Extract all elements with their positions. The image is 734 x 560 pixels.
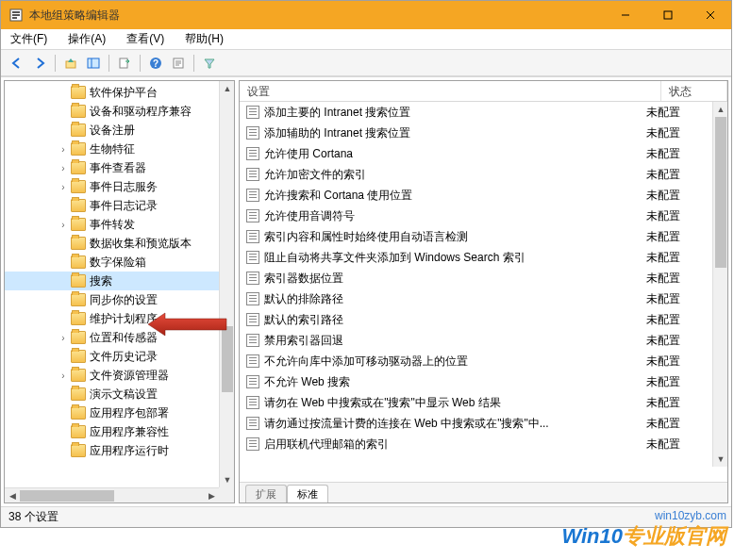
- expand-icon[interactable]: ›: [58, 182, 69, 192]
- tree-item[interactable]: 事件日志记录: [5, 196, 219, 215]
- up-level-button[interactable]: [60, 53, 81, 74]
- folder-icon: [71, 218, 86, 231]
- policy-row[interactable]: 索引器数据位置未配置: [240, 268, 712, 288]
- tree-item-label: 事件日志记录: [90, 198, 158, 214]
- tree-item[interactable]: 设备注册: [5, 121, 219, 140]
- scroll-thumb[interactable]: [222, 326, 233, 392]
- maximize-button[interactable]: [646, 1, 689, 29]
- policy-row[interactable]: 默认的排除路径未配置: [240, 288, 712, 309]
- menu-view[interactable]: 查看(V): [123, 29, 168, 49]
- menu-help[interactable]: 帮助(H): [181, 29, 227, 49]
- tree-item[interactable]: 数据收集和预览版本: [5, 234, 219, 253]
- scroll-up-icon[interactable]: ▲: [220, 81, 235, 96]
- policy-status: 未配置: [646, 271, 712, 287]
- nav-back-button[interactable]: [7, 53, 27, 74]
- policy-icon: [245, 354, 260, 369]
- expand-icon[interactable]: ›: [58, 333, 69, 343]
- policy-row[interactable]: 允许使用音调符号未配置: [240, 206, 712, 226]
- menu-action[interactable]: 操作(A): [64, 29, 109, 49]
- scroll-down-icon[interactable]: ▼: [713, 452, 727, 467]
- policy-row[interactable]: 请勿通过按流量计费的连接在 Web 中搜索或在"搜索"中...未配置: [240, 413, 712, 434]
- scroll-up-icon[interactable]: ▲: [713, 102, 727, 117]
- policy-status: 未配置: [646, 188, 712, 204]
- tree-item[interactable]: ›文件资源管理器: [5, 366, 219, 385]
- help-button[interactable]: ?: [145, 53, 166, 74]
- tree-item-label: 设备注册: [90, 123, 135, 139]
- column-status[interactable]: 状态: [661, 81, 727, 101]
- scroll-thumb[interactable]: [20, 490, 114, 502]
- tree-item-label: 生物特征: [90, 141, 135, 157]
- expand-icon[interactable]: ›: [58, 371, 69, 381]
- tree-item[interactable]: ›事件查看器: [5, 158, 219, 177]
- statusbar: 38 个设置: [1, 506, 731, 527]
- tree-item[interactable]: ›事件转发: [5, 215, 219, 234]
- tree-item[interactable]: 搜索: [5, 272, 219, 290]
- scroll-left-icon[interactable]: ◀: [5, 488, 20, 503]
- list-vertical-scrollbar[interactable]: ▲ ▼: [712, 102, 727, 467]
- expand-icon[interactable]: ›: [58, 163, 69, 173]
- scroll-down-icon[interactable]: ▼: [220, 472, 235, 487]
- nav-forward-button[interactable]: [29, 53, 50, 74]
- policy-row[interactable]: 索引内容和属性时始终使用自动语言检测未配置: [240, 226, 712, 247]
- policy-row[interactable]: 允许使用 Cortana未配置: [240, 143, 712, 164]
- minimize-button[interactable]: [604, 1, 646, 29]
- policy-row[interactable]: 允许搜索和 Cortana 使用位置未配置: [240, 185, 712, 206]
- tree-item[interactable]: 应用程序包部署: [5, 404, 219, 422]
- scroll-right-icon[interactable]: ▶: [204, 488, 219, 503]
- policy-status: 未配置: [646, 125, 712, 141]
- properties-button[interactable]: [168, 53, 189, 74]
- tree-item[interactable]: 维护计划程序: [5, 309, 219, 328]
- expand-icon[interactable]: ›: [58, 220, 69, 230]
- policy-name: 请勿通过按流量计费的连接在 Web 中搜索或在"搜索"中...: [264, 416, 646, 432]
- tree-item[interactable]: ›事件日志服务: [5, 177, 219, 196]
- policy-row[interactable]: 添加辅助的 Intranet 搜索位置未配置: [240, 123, 712, 143]
- policy-status: 未配置: [646, 333, 712, 349]
- policy-row[interactable]: 阻止自动将共享文件夹添加到 Windows Search 索引未配置: [240, 247, 712, 268]
- tree-horizontal-scrollbar[interactable]: ◀ ▶: [5, 487, 219, 502]
- tab-standard[interactable]: 标准: [287, 485, 328, 503]
- tree-item-label: 文件历史记录: [90, 349, 158, 365]
- policy-row[interactable]: 启用联机代理邮箱的索引未配置: [240, 434, 712, 454]
- tree-item[interactable]: 应用程序运行时: [5, 441, 219, 460]
- policy-row[interactable]: 请勿在 Web 中搜索或在"搜索"中显示 Web 结果未配置: [240, 392, 712, 413]
- policy-row[interactable]: 默认的索引路径未配置: [240, 309, 712, 330]
- tree-vertical-scrollbar[interactable]: ▲ ▼: [219, 81, 234, 487]
- tree-item[interactable]: 演示文稿设置: [5, 385, 219, 404]
- expand-icon[interactable]: ›: [58, 144, 69, 155]
- close-button[interactable]: [689, 1, 731, 29]
- tree-item[interactable]: 数字保险箱: [5, 253, 219, 272]
- tree-item-label: 演示文稿设置: [90, 387, 158, 403]
- policy-status: 未配置: [646, 312, 712, 328]
- folder-icon: [71, 312, 86, 325]
- tab-extended[interactable]: 扩展: [245, 485, 287, 503]
- filter-button[interactable]: [199, 53, 220, 74]
- tree-item[interactable]: 同步你的设置: [5, 290, 219, 309]
- policy-row[interactable]: 不允许 Web 搜索未配置: [240, 371, 712, 392]
- tree-item[interactable]: 文件历史记录: [5, 347, 219, 366]
- policy-row[interactable]: 允许加密文件的索引未配置: [240, 164, 712, 185]
- show-hide-tree-button[interactable]: [83, 53, 104, 74]
- tree-item[interactable]: 软件保护平台: [5, 83, 219, 102]
- window-title: 本地组策略编辑器: [29, 8, 604, 24]
- policy-row[interactable]: 添加主要的 Intranet 搜索位置未配置: [240, 102, 712, 123]
- tree-item[interactable]: 应用程序兼容性: [5, 422, 219, 441]
- policy-row[interactable]: 不允许向库中添加可移动驱动器上的位置未配置: [240, 351, 712, 371]
- tree-item[interactable]: 设备和驱动程序兼容: [5, 102, 219, 121]
- column-setting[interactable]: 设置: [240, 81, 661, 101]
- folder-icon: [71, 425, 86, 438]
- list-header: 设置 状态: [240, 81, 727, 102]
- policy-icon: [245, 436, 260, 452]
- policy-name: 启用联机代理邮箱的索引: [264, 436, 646, 453]
- scroll-thumb[interactable]: [715, 117, 726, 268]
- list-scroll-area[interactable]: 添加主要的 Intranet 搜索位置未配置添加辅助的 Intranet 搜索位…: [240, 102, 712, 482]
- folder-icon: [71, 369, 86, 382]
- tree-item[interactable]: ›位置和传感器: [5, 328, 219, 347]
- policy-status: 未配置: [646, 395, 712, 411]
- policy-icon: [245, 229, 260, 244]
- titlebar: 本地组策略编辑器: [1, 1, 731, 29]
- policy-row[interactable]: 禁用索引器回退未配置: [240, 330, 712, 351]
- tree-item[interactable]: ›生物特征: [5, 140, 219, 158]
- tree-scroll-area[interactable]: 软件保护平台设备和驱动程序兼容设备注册›生物特征›事件查看器›事件日志服务事件日…: [5, 81, 219, 487]
- export-button[interactable]: [114, 53, 135, 74]
- menu-file[interactable]: 文件(F): [7, 29, 51, 49]
